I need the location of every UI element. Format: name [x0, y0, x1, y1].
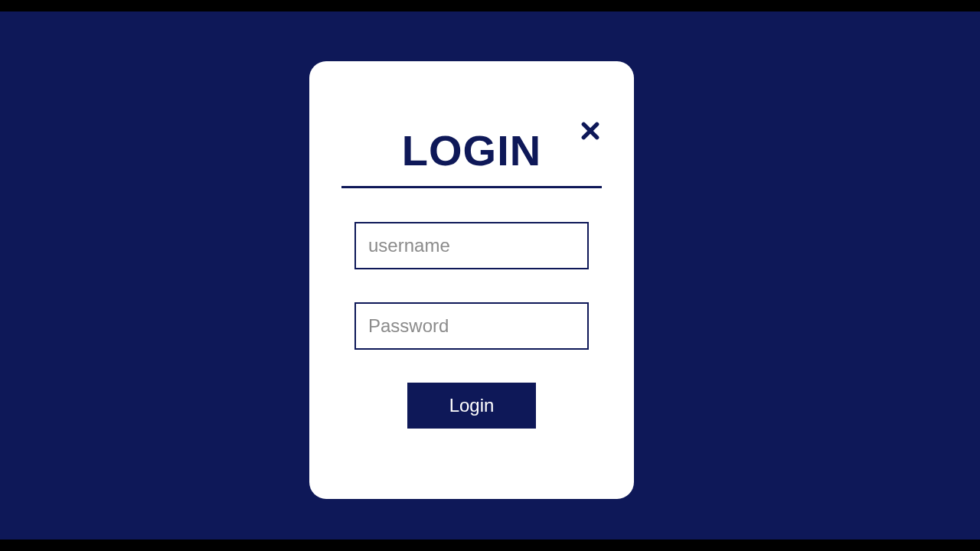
page-background: LOGIN Login — [0, 11, 980, 540]
password-input[interactable] — [354, 302, 589, 350]
username-input[interactable] — [354, 222, 589, 269]
modal-title: LOGIN — [402, 126, 541, 175]
login-form: Login — [309, 222, 634, 429]
login-modal: LOGIN Login — [309, 61, 634, 499]
close-button[interactable] — [579, 119, 602, 142]
modal-header: LOGIN — [309, 126, 634, 188]
close-icon — [580, 121, 600, 141]
title-divider — [341, 186, 602, 188]
login-button[interactable]: Login — [407, 383, 536, 429]
